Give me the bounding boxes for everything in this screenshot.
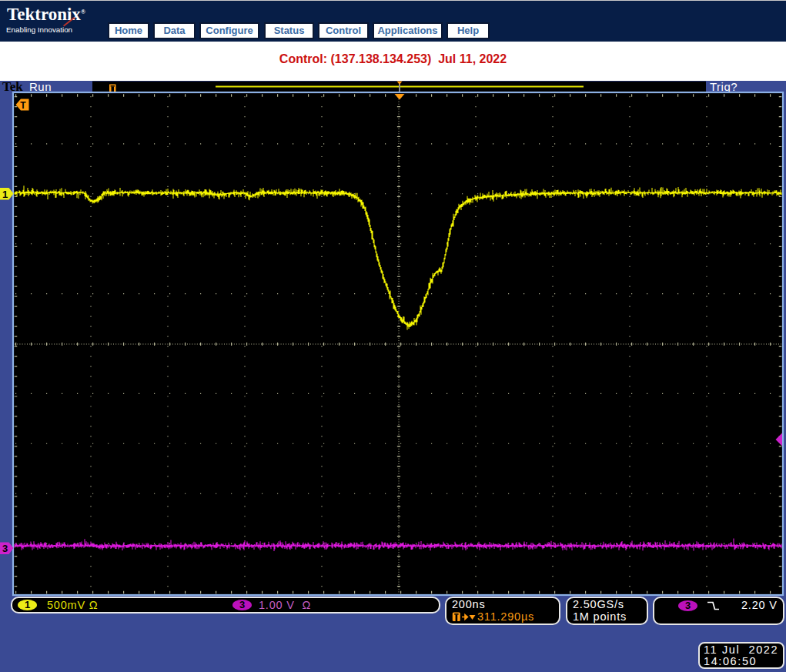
svg-text:T: T [20, 100, 26, 111]
svg-text:Trig?: Trig? [710, 80, 738, 93]
svg-text:1: 1 [2, 189, 8, 200]
svg-text:Run: Run [29, 80, 52, 93]
svg-text:3: 3 [2, 543, 8, 554]
